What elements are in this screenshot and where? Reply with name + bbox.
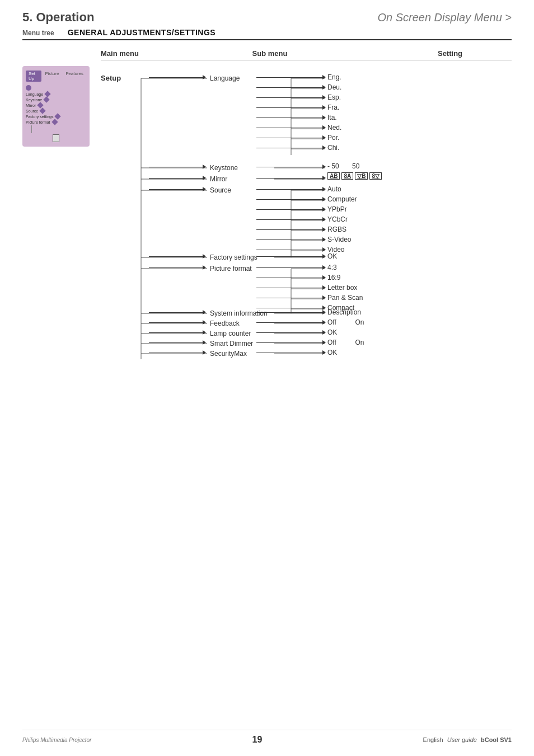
- arrow-line-picture-format: [149, 267, 203, 268]
- sub-source: Source: [210, 186, 231, 194]
- arrow-head-security-set: [322, 350, 326, 355]
- arrow-line-por: [256, 138, 322, 138]
- arrow-line-169: [256, 278, 322, 278]
- arrow-line-ita: [256, 118, 322, 118]
- globe-icon: [26, 85, 31, 91]
- side-item-language[interactable]: Language: [26, 92, 86, 96]
- deu-label: Deu.: [327, 83, 341, 91]
- setting-security: OK: [327, 348, 337, 356]
- arrow-head-sysinfo-set: [322, 310, 326, 314]
- arrow-head-esp: [322, 95, 326, 100]
- mirror-buttons: AB 8A ▽B 8▽: [327, 172, 382, 180]
- setting-ycbcr: YCbCr: [327, 215, 348, 223]
- side-item-keystone[interactable]: Keystone: [26, 97, 86, 102]
- svideo-label: S-Video: [327, 236, 351, 243]
- arrow-line-source: [149, 189, 203, 190]
- arrow-line-mirror: [149, 178, 203, 179]
- side-item-factory[interactable]: Factory settings: [26, 114, 86, 119]
- tab-features[interactable]: Features: [63, 71, 86, 82]
- fra-label: Fra.: [327, 104, 339, 111]
- footer-brand: Philips Multimedia Projector: [22, 737, 91, 743]
- page-footer: Philips Multimedia Projector 19 English …: [22, 730, 512, 745]
- ned-label: Ned.: [327, 124, 341, 132]
- language-label: Language: [26, 92, 43, 96]
- arrow-line-svideo: [256, 240, 322, 240]
- arrow-dimmer-set: [256, 340, 326, 345]
- arrow-line-dimmer: [149, 342, 203, 343]
- col-headers: Main menu Sub menu Setting: [101, 49, 512, 58]
- por-label: Por.: [327, 134, 339, 142]
- arrow-head-letterbox: [322, 285, 326, 290]
- setting-letterbox: Letter box: [327, 283, 357, 292]
- arrow-mirror: [149, 176, 206, 180]
- dimmer-off-label: Off: [327, 339, 336, 346]
- arrow-line-compact: [256, 308, 322, 308]
- sub-security: SecurityMax: [210, 349, 247, 358]
- dimmer-on-label: On: [355, 339, 364, 346]
- side-item-source[interactable]: Source: [26, 109, 86, 113]
- arrow-head-source: [203, 187, 206, 191]
- page-header: 5. Operation On Screen Display Menu >: [0, 0, 534, 28]
- diamond-icon-source: [40, 107, 46, 114]
- arrow-head-deu: [322, 85, 326, 90]
- arrow-head-feedback: [203, 320, 206, 325]
- arrow-line-computer: [256, 199, 322, 200]
- setting-factory: OK: [327, 252, 337, 260]
- setting-pan-scan: Pan & Scan: [327, 293, 363, 302]
- arrow-feedback: [149, 320, 206, 325]
- arrow-line-fra: [256, 107, 322, 108]
- mirror-sub-label: Mirror: [210, 175, 227, 183]
- sub-picture-format: Picture format: [210, 264, 252, 273]
- source-label: Source: [26, 109, 38, 113]
- footer-page-number: 19: [252, 735, 263, 745]
- arrow-line-ned: [256, 128, 322, 128]
- rgbs-label: RGBS: [327, 226, 346, 233]
- arrow-head-factory-set: [322, 254, 326, 259]
- ypbpr-label: YPbPr: [327, 205, 347, 213]
- mirror-btn-8a: 8A: [341, 172, 353, 180]
- ycbcr-label: YCbCr: [327, 215, 348, 223]
- factory-ok-label: OK: [327, 252, 337, 260]
- tab-setup[interactable]: Set Up: [26, 71, 41, 82]
- arrow-head-computer: [322, 197, 326, 201]
- language-sub-label: Language: [210, 74, 240, 82]
- tab-picture[interactable]: Picture: [43, 71, 62, 82]
- setting-chi: Chi.: [327, 143, 339, 152]
- setting-43: 4:3: [327, 263, 337, 271]
- side-item-mirror[interactable]: Mirror: [26, 103, 86, 107]
- setting-auto: Auto: [327, 185, 341, 193]
- arrow-ycbcr: [256, 217, 326, 222]
- arrow-ned: [256, 125, 326, 130]
- arrow-ita: [256, 115, 326, 120]
- arrow-esp: [256, 95, 326, 100]
- arrow-source: [149, 187, 206, 191]
- footer-userguide: User guide: [447, 736, 477, 743]
- setup-label: Setup: [101, 74, 121, 82]
- feedback-sub-label: Feedback: [210, 320, 240, 327]
- setting-svideo: S-Video: [327, 235, 351, 243]
- arrow-rgbs: [256, 227, 326, 232]
- setting-ned: Ned.: [327, 123, 341, 132]
- mirror-btn-8v: 8▽: [369, 172, 382, 180]
- arrow-auto: [256, 187, 326, 191]
- arrow-line-esp: [256, 97, 322, 98]
- setting-fra: Fra.: [327, 103, 339, 111]
- arrow-head-language: [203, 75, 206, 79]
- arrow-svideo: [256, 237, 326, 242]
- arrow-lamp-set: [256, 330, 326, 335]
- arrow-head-ita: [322, 115, 326, 120]
- side-item-picture-format[interactable]: Picture format: [26, 120, 86, 124]
- arrow-line-auto: [256, 189, 322, 190]
- label-169: 16:9: [327, 274, 340, 281]
- arrow-language: [149, 75, 206, 79]
- security-ok-label: OK: [327, 349, 337, 356]
- arrow-head-security: [203, 350, 206, 355]
- arrow-por: [256, 135, 326, 140]
- side-divider: [31, 125, 32, 133]
- arrow-head-eng: [322, 75, 326, 79]
- arrow-line-factory-set: [256, 256, 322, 257]
- arrow-head-sysinfo: [203, 310, 206, 314]
- arrow-head-ycbcr: [322, 217, 326, 222]
- setup-icon-row: [26, 85, 86, 91]
- arrow-head-keystone-set: [322, 165, 326, 169]
